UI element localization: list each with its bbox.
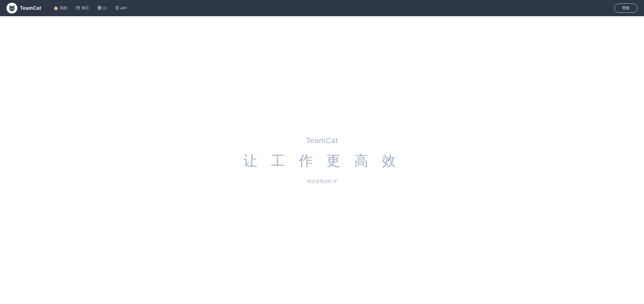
projects-icon (76, 6, 80, 11)
link-icon (333, 179, 337, 184)
brand-logo (6, 3, 17, 14)
nav-links: 🏠 我的 项目 CI (50, 4, 614, 13)
main-content: TeamCat 让 工 作 更 高 效 阅读使用说明 (0, 16, 644, 304)
nav-item-mine[interactable]: 🏠 我的 (50, 4, 71, 13)
brand-title: TeamCat (20, 5, 41, 11)
api-icon (116, 6, 119, 11)
read-docs-text: 阅读使用说明 (307, 179, 331, 184)
nav-item-projects[interactable]: 项目 (72, 4, 93, 13)
svg-point-8 (11, 8, 11, 9)
nav-item-api[interactable]: API (112, 4, 130, 13)
hero-tagline: 让 工 作 更 高 效 (243, 151, 401, 170)
read-docs-link[interactable]: 阅读使用说明 (307, 179, 337, 184)
nav-label-mine: 我的 (60, 6, 67, 11)
svg-point-9 (13, 8, 13, 9)
svg-point-1 (9, 6, 15, 11)
svg-rect-18 (100, 8, 101, 9)
hero-app-name: TeamCat (243, 136, 401, 145)
svg-rect-16 (100, 6, 101, 8)
svg-point-10 (12, 9, 12, 10)
svg-rect-13 (76, 6, 80, 9)
login-button[interactable]: 登陆 (614, 4, 638, 13)
brand-link[interactable]: TeamCat (6, 3, 41, 14)
svg-line-23 (335, 180, 337, 181)
nav-item-ci[interactable]: CI (94, 4, 111, 13)
home-icon: 🏠 (54, 6, 58, 10)
navbar-right: 登陆 (614, 4, 638, 13)
hero-section: TeamCat 让 工 作 更 高 效 阅读使用说明 (243, 136, 401, 184)
svg-rect-15 (98, 6, 100, 8)
nav-label-projects: 项目 (81, 6, 89, 11)
nav-label-api: API (120, 6, 127, 10)
svg-rect-17 (98, 8, 100, 9)
nav-label-ci: CI (103, 6, 107, 10)
ci-icon (98, 6, 101, 11)
navbar: TeamCat 🏠 我的 项目 (0, 0, 644, 16)
